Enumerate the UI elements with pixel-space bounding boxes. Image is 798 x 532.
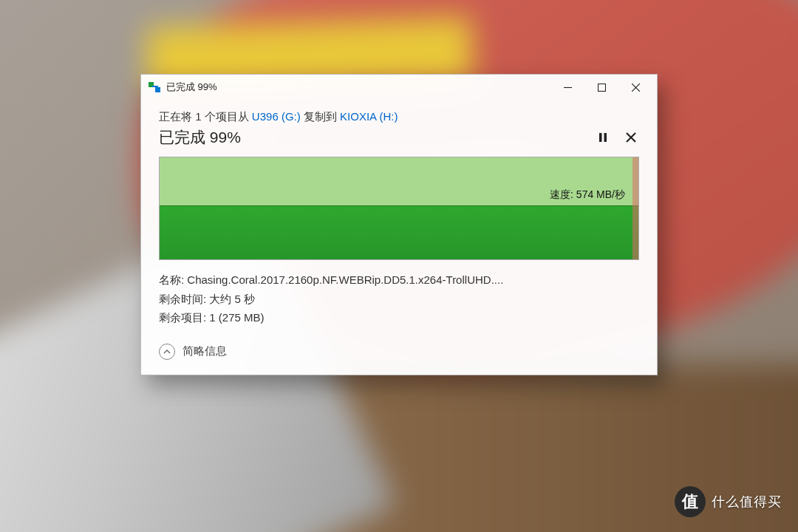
cancel-button[interactable] <box>623 129 639 146</box>
svg-rect-5 <box>604 133 607 142</box>
progress-status: 已完成 99% <box>159 127 583 148</box>
svg-rect-1 <box>598 83 605 91</box>
close-button[interactable] <box>618 75 652 100</box>
transfer-details: 名称: Chasing.Coral.2017.2160p.NF.WEBRip.D… <box>159 270 639 327</box>
dest-drive-link[interactable]: KIOXIA (H:) <box>340 110 398 123</box>
copy-description: 正在将 1 个项目从 U396 (G:) 复制到 KIOXIA (H:) <box>159 110 639 124</box>
speed-label: 速度: 574 MB/秒 <box>550 188 625 202</box>
watermark: 值 什么值得买 <box>675 486 782 517</box>
source-drive-link[interactable]: U396 (G:) <box>252 110 301 123</box>
chevron-up-icon <box>159 344 175 360</box>
pause-button[interactable] <box>595 129 611 146</box>
file-name: Chasing.Coral.2017.2160p.NF.WEBRip.DD5.1… <box>187 273 503 286</box>
speed-chart: 速度: 574 MB/秒 <box>159 157 639 260</box>
copy-icon <box>149 81 160 93</box>
copy-progress-dialog: 已完成 99% 正在将 1 个项目从 U396 (G:) 复制到 KIOXIA … <box>140 74 658 375</box>
svg-rect-4 <box>599 133 602 142</box>
items-remaining: 1 (275 MB) <box>209 311 264 324</box>
maximize-button[interactable] <box>584 75 618 100</box>
watermark-text: 什么值得买 <box>712 493 782 511</box>
time-remaining: 大约 5 秒 <box>209 293 255 305</box>
more-details-toggle[interactable]: 简略信息 <box>159 344 639 360</box>
minimize-button[interactable] <box>550 75 584 100</box>
titlebar[interactable]: 已完成 99% <box>141 75 657 100</box>
window-title: 已完成 99% <box>166 81 550 94</box>
watermark-badge: 值 <box>675 486 706 517</box>
